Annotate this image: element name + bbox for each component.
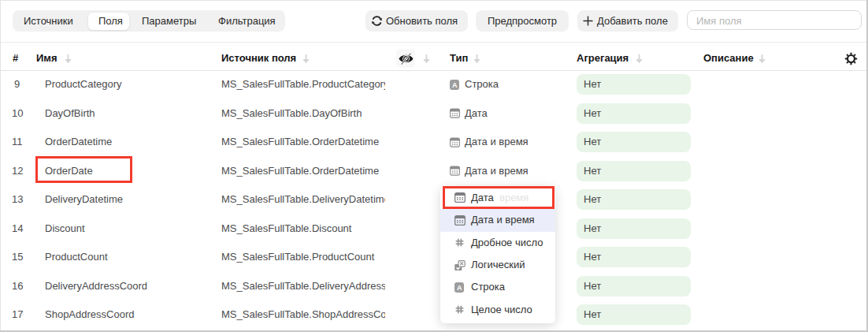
svg-text:A: A xyxy=(452,80,458,88)
svg-text:A: A xyxy=(457,284,462,292)
